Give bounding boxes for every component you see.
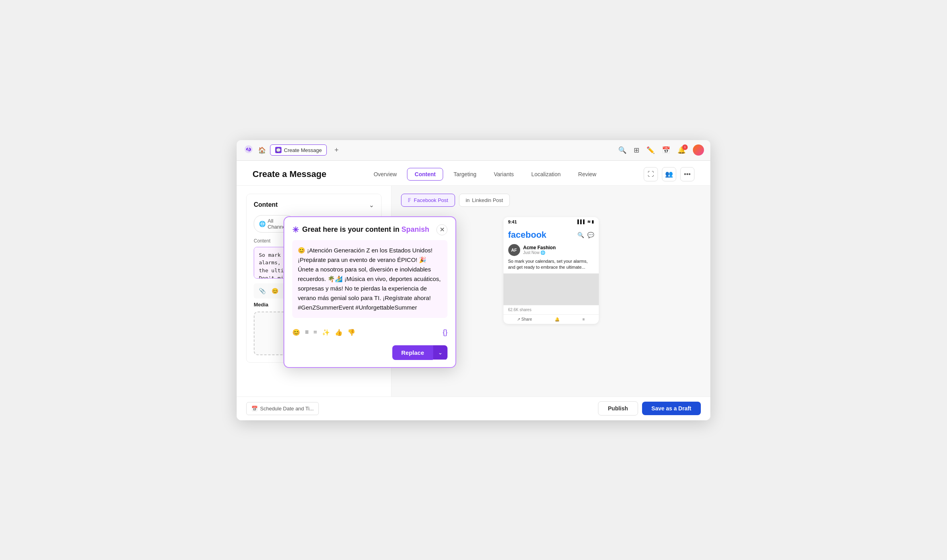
modal-toolbar: 😊 ≡ = ✨ 👍 👎 {} bbox=[284, 324, 455, 341]
bell-action[interactable]: 🔔 bbox=[555, 317, 559, 321]
schedule-button[interactable]: 📅 Schedule Date and Ti... bbox=[246, 402, 319, 415]
home-button[interactable]: 🏠 bbox=[258, 146, 266, 154]
facebook-preview-card: 9:41 ▌▌▌ ≋ ▮ facebook 🔍 💬 bbox=[503, 217, 599, 324]
tab-variants[interactable]: Variants bbox=[487, 168, 521, 180]
modal-language: Spanish bbox=[401, 225, 429, 233]
modal-thumbsup-icon[interactable]: 👍 bbox=[335, 329, 343, 336]
title-bar-right: 🔍 ⊞ ✏️ 📅 🔔 1 bbox=[618, 144, 704, 156]
modal-magic-icon[interactable]: ✨ bbox=[322, 329, 330, 336]
bottom-bar: 📅 Schedule Date and Ti... Publish Save a… bbox=[237, 396, 710, 420]
modal-equals-icon[interactable]: = bbox=[313, 329, 317, 336]
modal-close-button[interactable]: ✕ bbox=[436, 224, 447, 235]
tab-localization[interactable]: Localization bbox=[524, 168, 568, 180]
post-account-info: Acme Fashion Just Now 🌐 bbox=[523, 245, 556, 255]
facebook-logo: facebook 🔍 💬 bbox=[503, 227, 599, 242]
schedule-label: Schedule Date and Ti... bbox=[260, 406, 314, 412]
fb-messenger-icon[interactable]: 💬 bbox=[587, 232, 594, 238]
post-avatar: AF bbox=[508, 244, 520, 256]
compose-icon[interactable]: ✏️ bbox=[646, 146, 655, 154]
share-action[interactable]: ↗ Share bbox=[517, 317, 532, 321]
status-icons: ▌▌▌ ≋ ▮ bbox=[577, 219, 594, 224]
title-bar: 🏠 💬 Create Message + 🔍 ⊞ ✏️ 📅 🔔 1 bbox=[237, 140, 710, 161]
add-tab-button[interactable]: + bbox=[331, 144, 342, 156]
modal-thumbsdown-icon[interactable]: 👎 bbox=[347, 329, 355, 336]
post-stats: 62.6K shares bbox=[503, 305, 599, 315]
post-image bbox=[503, 273, 599, 305]
modal-align-icon[interactable]: ≡ bbox=[305, 329, 309, 336]
tab-review[interactable]: Review bbox=[571, 168, 604, 180]
preview-tabs: 𝔽 Facebook Post in Linkedin Post bbox=[401, 194, 701, 207]
wifi-icon: ≋ bbox=[587, 219, 590, 224]
fb-preview-icon: 𝔽 bbox=[408, 197, 411, 203]
preview-tab-linkedin[interactable]: in Linkedin Post bbox=[459, 194, 510, 207]
modal-title: ✳ Great here is your content in Spanish bbox=[292, 225, 429, 235]
post-header: AF Acme Fashion Just Now 🌐 bbox=[503, 242, 599, 258]
card-header: Content ⌄ bbox=[254, 201, 374, 209]
modal-title-prefix: Great here is your content in bbox=[302, 225, 401, 233]
signal-icon: ▌▌▌ bbox=[577, 219, 586, 224]
replace-button-group: Replace ⌄ bbox=[392, 345, 447, 360]
list-action[interactable]: ≡ bbox=[582, 317, 585, 321]
li-preview-icon: in bbox=[466, 197, 470, 203]
post-text: So mark your calendars, set your alarms,… bbox=[503, 258, 599, 274]
tab-overview[interactable]: Overview bbox=[366, 168, 404, 180]
search-icon[interactable]: 🔍 bbox=[618, 146, 627, 154]
notification-icon[interactable]: 🔔 1 bbox=[677, 146, 686, 154]
collapse-icon[interactable]: ⌄ bbox=[369, 201, 374, 209]
replace-dropdown-button[interactable]: ⌄ bbox=[433, 345, 447, 360]
user-avatar[interactable] bbox=[693, 144, 704, 156]
fb-header-icons: 🔍 💬 bbox=[577, 232, 594, 238]
translation-modal: ✳ Great here is your content in Spanish … bbox=[284, 216, 456, 368]
active-tab[interactable]: 💬 Create Message bbox=[270, 144, 327, 156]
action-buttons: Publish Save as a Draft bbox=[598, 401, 701, 416]
page-actions: ⛶ 👥 ••• bbox=[644, 167, 694, 181]
app-logo bbox=[243, 144, 254, 156]
battery-icon: ▮ bbox=[592, 219, 594, 224]
post-meta: Just Now 🌐 bbox=[523, 250, 556, 255]
more-options-icon[interactable]: ••• bbox=[680, 167, 694, 181]
attach-icon[interactable]: 📎 bbox=[257, 286, 267, 296]
calendar-icon[interactable]: 📅 bbox=[662, 146, 670, 154]
preview-tab-facebook[interactable]: 𝔽 Facebook Post bbox=[401, 194, 455, 207]
modal-toolbar-left: 😊 ≡ = ✨ 👍 👎 bbox=[292, 329, 355, 336]
emoji-icon[interactable]: 😊 bbox=[270, 286, 280, 296]
modal-footer: Replace ⌄ bbox=[284, 341, 455, 367]
fb-search-icon[interactable]: 🔍 bbox=[577, 232, 584, 238]
tab-icon: 💬 bbox=[275, 147, 282, 153]
page-header: Create a Message Overview Content Target… bbox=[237, 161, 710, 186]
page-nav: Overview Content Targeting Variants Loca… bbox=[366, 168, 604, 181]
modal-star-icon: ✳ bbox=[292, 225, 299, 235]
tab-targeting[interactable]: Targeting bbox=[446, 168, 484, 180]
publish-button[interactable]: Publish bbox=[598, 401, 638, 416]
modal-code-icon[interactable]: {} bbox=[443, 328, 447, 337]
translated-text: 😊 ¡Atención Generación Z en los Estados … bbox=[292, 240, 447, 318]
grid-icon[interactable]: ⊞ bbox=[634, 146, 639, 154]
title-bar-left: 🏠 💬 Create Message + bbox=[243, 144, 613, 156]
modal-emoji-icon[interactable]: 😊 bbox=[292, 329, 300, 336]
all-channels-icon: 🌐 bbox=[259, 221, 266, 227]
page-title: Create a Message bbox=[253, 169, 326, 179]
tab-content[interactable]: Content bbox=[407, 168, 443, 181]
notification-badge: 1 bbox=[682, 144, 688, 150]
phone-status-bar: 9:41 ▌▌▌ ≋ ▮ bbox=[503, 217, 599, 227]
people-icon[interactable]: 👥 bbox=[662, 167, 676, 181]
save-draft-button[interactable]: Save as a Draft bbox=[642, 402, 701, 415]
phone-time: 9:41 bbox=[508, 219, 517, 224]
modal-header: ✳ Great here is your content in Spanish … bbox=[284, 217, 455, 240]
modal-title-text: Great here is your content in Spanish bbox=[302, 225, 429, 234]
card-title: Content bbox=[254, 201, 278, 208]
schedule-icon: 📅 bbox=[251, 406, 258, 412]
tree-icon[interactable]: ⛶ bbox=[644, 167, 658, 181]
post-actions: ↗ Share 🔔 ≡ bbox=[503, 315, 599, 324]
modal-body: 😊 ¡Atención Generación Z en los Estados … bbox=[284, 240, 455, 324]
tab-label: Create Message bbox=[284, 147, 322, 153]
li-preview-label: Linkedin Post bbox=[472, 197, 503, 203]
fb-preview-label: Facebook Post bbox=[414, 197, 448, 203]
post-account-name: Acme Fashion bbox=[523, 245, 556, 250]
replace-main-button[interactable]: Replace bbox=[392, 345, 433, 360]
